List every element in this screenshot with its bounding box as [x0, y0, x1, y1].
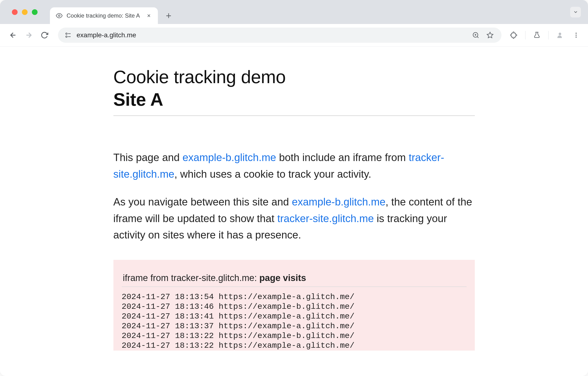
- eye-icon: [56, 12, 63, 19]
- reload-button[interactable]: [39, 29, 50, 41]
- title-line-1: Cookie tracking demo: [113, 67, 286, 87]
- link-example-b[interactable]: example-b.glitch.me: [183, 152, 276, 163]
- toolbar-right: [509, 31, 581, 40]
- new-tab-button[interactable]: +: [163, 10, 174, 22]
- window-controls: [12, 9, 38, 15]
- svg-point-17: [576, 35, 577, 36]
- title-line-2: Site A: [113, 89, 163, 109]
- iframe-divider: [122, 286, 467, 287]
- paragraph-2: As you navigate between this site and ex…: [113, 194, 475, 243]
- tab-title: Cookie tracking demo: Site A: [66, 12, 140, 19]
- divider: [525, 31, 525, 39]
- title-divider: [113, 115, 475, 116]
- svg-point-15: [559, 32, 561, 35]
- site-info-icon[interactable]: [65, 31, 72, 39]
- address-bar[interactable]: example-a.glitch.me: [58, 28, 501, 43]
- browser-tab[interactable]: Cookie tracking demo: Site A: [50, 7, 158, 24]
- svg-line-10: [477, 37, 478, 38]
- svg-point-18: [576, 37, 577, 38]
- svg-point-16: [576, 33, 577, 34]
- url-text: example-a.glitch.me: [76, 31, 466, 39]
- forward-button[interactable]: [23, 29, 35, 41]
- zoom-icon[interactable]: [471, 31, 480, 40]
- page-viewport: Cookie tracking demo Site A This page an…: [0, 47, 588, 376]
- page-title: Cookie tracking demo Site A: [113, 66, 475, 111]
- svg-marker-13: [487, 32, 493, 38]
- body-text: This page and example-b.glitch.me both i…: [113, 149, 475, 243]
- page-content: Cookie tracking demo Site A This page an…: [113, 47, 475, 351]
- profile-icon[interactable]: [555, 31, 565, 40]
- svg-point-5: [66, 33, 67, 34]
- link-tracker-site[interactable]: tracker-site.glitch.me: [277, 213, 374, 224]
- tracker-iframe: iframe from tracker-site.glitch.me: page…: [113, 260, 475, 351]
- browser-window: Cookie tracking demo: Site A + example-a…: [0, 0, 588, 376]
- paragraph-1: This page and example-b.glitch.me both i…: [113, 149, 475, 182]
- close-window-button[interactable]: [12, 9, 18, 15]
- maximize-window-button[interactable]: [32, 9, 38, 15]
- labs-icon[interactable]: [532, 31, 542, 40]
- minimize-window-button[interactable]: [22, 9, 28, 15]
- iframe-heading: iframe from tracker-site.glitch.me: page…: [122, 273, 467, 283]
- tab-list-dropdown[interactable]: [570, 7, 581, 17]
- svg-point-0: [58, 15, 60, 17]
- tab-bar: Cookie tracking demo: Site A +: [0, 0, 588, 24]
- bookmark-icon[interactable]: [485, 31, 495, 40]
- back-button[interactable]: [7, 29, 19, 41]
- extensions-icon[interactable]: [509, 31, 519, 40]
- menu-icon[interactable]: [571, 31, 581, 40]
- visit-log: 2024-11-27 18:13:54 https://example-a.gl…: [122, 292, 467, 351]
- svg-point-7: [66, 36, 67, 37]
- close-tab-button[interactable]: [145, 12, 152, 19]
- link-example-b[interactable]: example-b.glitch.me: [292, 196, 385, 208]
- toolbar: example-a.glitch.me: [0, 24, 588, 47]
